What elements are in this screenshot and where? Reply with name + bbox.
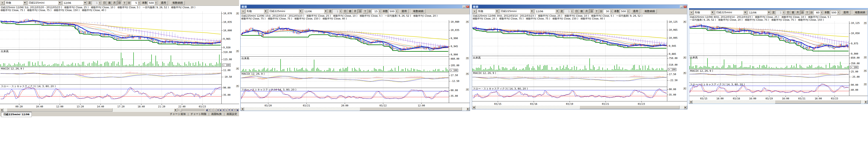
- period-week-button[interactable]: 週: [348, 9, 352, 14]
- contract-month-select[interactable]: 12/06▼: [63, 1, 87, 5]
- multi-symbol-button[interactable]: 複数銘柄: [411, 9, 425, 14]
- status-link-0[interactable]: チャート追加: [168, 112, 188, 116]
- bar-multiplier-stepper[interactable]: 1↕: [332, 9, 342, 14]
- fit-width-button[interactable]: ↔: [214, 108, 217, 112]
- period-minute-button[interactable]: 分: [589, 9, 594, 14]
- symbol-select[interactable]: 日経225mini▼: [715, 10, 747, 15]
- axis-menu-button[interactable]: ▼: [683, 21, 686, 23]
- scrollbar-track[interactable]: [692, 100, 864, 104]
- zoom-slider-knob[interactable]: [180, 109, 182, 111]
- status-link-3[interactable]: 画面設定: [225, 112, 239, 116]
- symbol-menu-button[interactable]: ▼: [0, 1, 4, 5]
- scrollbar-track[interactable]: [475, 106, 684, 109]
- mode-r-button[interactable]: R: [228, 108, 230, 112]
- window-titlebar[interactable]: _ ×: [472, 5, 687, 8]
- period-day-button[interactable]: 日: [102, 1, 107, 5]
- scroll-right-button[interactable]: ▶: [864, 100, 868, 104]
- axis-menu-button[interactable]: ▼: [864, 56, 867, 58]
- axis-menu-button[interactable]: ▼: [236, 85, 239, 87]
- period-tick-button[interactable]: T: [363, 9, 368, 14]
- bar-count-stepper[interactable]: 500↕: [830, 10, 840, 15]
- apply-button[interactable]: 適用: [159, 1, 168, 5]
- axis-menu-button[interactable]: ▼: [236, 67, 239, 70]
- bar-count-stepper[interactable]: 500↕: [389, 9, 398, 14]
- contract-month-select[interactable]: 12/06▼: [748, 10, 771, 15]
- symbol-menu-button[interactable]: ▼: [472, 9, 476, 13]
- bar-multiplier-stepper[interactable]: 1↕: [564, 9, 574, 14]
- axis-menu-button[interactable]: ▼: [864, 70, 867, 72]
- window-titlebar[interactable]: _ ×: [241, 5, 470, 8]
- axis-menu-button[interactable]: ▼: [864, 22, 867, 24]
- scroll-left-button[interactable]: ◀: [241, 107, 244, 111]
- scroll-left-button[interactable]: ◀: [0, 108, 3, 112]
- scroll-left-button[interactable]: ◀: [689, 100, 692, 104]
- axis-menu-button[interactable]: ▼: [466, 21, 469, 23]
- period-day-button[interactable]: 日: [786, 10, 790, 15]
- period-month-button[interactable]: 月: [112, 1, 117, 5]
- period-tick-button[interactable]: T: [122, 1, 127, 5]
- scrollbar-thumb[interactable]: [7, 108, 113, 112]
- scrollbar-track[interactable]: [244, 107, 466, 111]
- apply-button[interactable]: 適用: [631, 9, 640, 14]
- period-minute-button[interactable]: 分: [117, 1, 122, 5]
- period-day-button[interactable]: 日: [574, 9, 579, 14]
- period-day-button[interactable]: 日: [343, 9, 347, 14]
- close-button[interactable]: ×: [683, 5, 687, 8]
- scrollbar-thumb[interactable]: [360, 107, 462, 111]
- contract-month-select[interactable]: 12/06▼: [303, 9, 328, 14]
- period-tick-button[interactable]: T: [805, 10, 809, 15]
- symbol-menu-button[interactable]: ▼: [241, 9, 245, 13]
- minutes-stepper[interactable]: 60↕: [813, 10, 823, 15]
- period-month-button[interactable]: 月: [796, 10, 800, 15]
- bar-multiplier-stepper[interactable]: 1↕: [92, 1, 101, 5]
- play-button[interactable]: ▶: [219, 108, 222, 112]
- horizontal-scrollbar[interactable]: ◀▶: [241, 107, 470, 111]
- mode-l-button[interactable]: L: [225, 108, 228, 112]
- stop-button[interactable]: ■: [217, 108, 219, 112]
- scroll-right-button[interactable]: ▶: [174, 108, 177, 112]
- step-left-button[interactable]: ◀|: [205, 108, 208, 112]
- mode-d-button[interactable]: D: [222, 108, 225, 112]
- period-minute-button[interactable]: 分: [358, 9, 363, 14]
- apply-button[interactable]: 適用: [400, 9, 408, 14]
- close-chart-button[interactable]: ×: [234, 108, 236, 112]
- multi-symbol-button[interactable]: 複数銘柄: [853, 10, 867, 15]
- category-select[interactable]: 先物▼: [246, 9, 268, 14]
- axis-menu-button[interactable]: ▼: [864, 83, 867, 85]
- contract-month-select[interactable]: 12/06▼: [535, 9, 559, 14]
- symbol-tab[interactable]: 日経225mini 12/06: [1, 112, 32, 117]
- period-month-button[interactable]: 月: [584, 9, 589, 14]
- horizontal-scrollbar[interactable]: ◀▶: [472, 106, 687, 109]
- axis-menu-button[interactable]: ▼: [236, 12, 239, 15]
- symbol-menu-button[interactable]: ▼: [689, 10, 693, 15]
- axis-menu-button[interactable]: ▼: [683, 56, 686, 59]
- horizontal-scrollbar[interactable]: ◀▶: [689, 100, 868, 104]
- magnify-button[interactable]: ⊕: [230, 108, 234, 112]
- scroll-right-button[interactable]: ▶: [466, 107, 470, 111]
- category-select[interactable]: 先物▼: [5, 1, 27, 5]
- multi-symbol-button[interactable]: 複数銘柄: [171, 1, 185, 5]
- minutes-stepper[interactable]: 30↕: [603, 9, 613, 14]
- symbol-select[interactable]: 日経225mini▼: [268, 9, 303, 14]
- apply-button[interactable]: 適用: [841, 10, 850, 15]
- period-tick-button[interactable]: T: [594, 9, 599, 14]
- close-button[interactable]: ×: [466, 5, 469, 8]
- period-week-button[interactable]: 週: [791, 10, 796, 15]
- status-link-1[interactable]: チャート削除: [188, 112, 208, 116]
- scroll-left-button[interactable]: ◀: [472, 106, 475, 109]
- symbol-select[interactable]: 日経225mini▼: [28, 1, 62, 5]
- minutes-stepper[interactable]: 5↕: [131, 1, 141, 5]
- bar-count-stepper[interactable]: 500↕: [148, 1, 158, 5]
- status-link-2[interactable]: 画面転換: [209, 112, 224, 116]
- axis-menu-button[interactable]: ▼: [466, 57, 469, 59]
- scrollbar-thumb[interactable]: [775, 100, 861, 104]
- zoom-slider[interactable]: [178, 109, 204, 111]
- axis-menu-button[interactable]: ▼: [466, 73, 469, 75]
- period-minute-button[interactable]: 分: [800, 10, 805, 15]
- scroll-right-button[interactable]: ▶: [684, 106, 687, 109]
- zoom-out-button[interactable]: −: [211, 108, 214, 112]
- category-select[interactable]: 先物▼: [694, 10, 714, 15]
- price-chart-canvas[interactable]: [0, 11, 221, 104]
- minimize-button[interactable]: _: [680, 5, 683, 8]
- minimize-button[interactable]: _: [463, 5, 466, 8]
